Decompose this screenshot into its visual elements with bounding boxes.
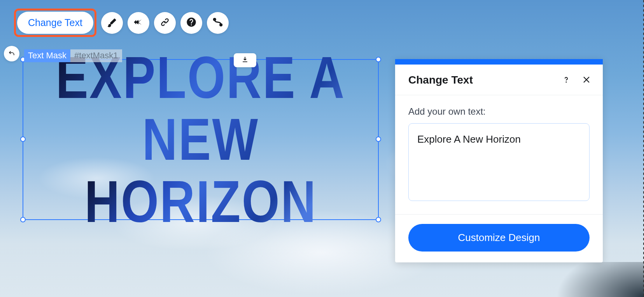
- resize-handle-br[interactable]: [376, 217, 381, 222]
- animation-button[interactable]: [128, 12, 149, 34]
- help-icon: [186, 17, 197, 29]
- svg-point-2: [566, 82, 566, 82]
- panel-help-button[interactable]: [562, 75, 571, 86]
- path-button[interactable]: [207, 12, 229, 34]
- panel-accent-bar: [395, 59, 603, 65]
- undo-icon: [8, 49, 16, 58]
- curve-icon: [212, 17, 223, 29]
- change-text-button[interactable]: Change Text: [17, 12, 93, 34]
- panel-footer: Customize Design: [395, 214, 603, 262]
- undo-button[interactable]: [4, 46, 19, 61]
- resize-handle-tr[interactable]: [376, 57, 381, 62]
- selection-labels: Text Mask #textMask1: [24, 49, 122, 62]
- download-icon: [241, 56, 249, 65]
- resize-handle-mr[interactable]: [376, 136, 381, 142]
- change-text-highlight: Change Text: [14, 9, 96, 37]
- resize-handle-ml[interactable]: [20, 136, 26, 142]
- text-field-label: Add your own text:: [408, 106, 590, 117]
- text-mask-element[interactable]: EXPLORE A NEW HORIZON: [23, 60, 378, 219]
- text-input[interactable]: [408, 123, 590, 201]
- change-text-panel: Change Text Add your own text: Customize…: [395, 59, 603, 262]
- panel-title: Change Text: [408, 74, 473, 86]
- element-id-label: #textMask1: [70, 49, 122, 62]
- help-button[interactable]: [180, 12, 202, 34]
- text-mask-line-1: EXPLORE A NEW: [55, 47, 346, 171]
- download-handle[interactable]: [234, 53, 256, 67]
- selection-box[interactable]: EXPLORE A NEW HORIZON: [23, 59, 379, 220]
- question-icon: [562, 75, 571, 86]
- panel-body: Add your own text:: [395, 95, 603, 206]
- panel-header: Change Text: [395, 65, 603, 95]
- paintbrush-icon: [107, 17, 117, 29]
- link-button[interactable]: [154, 12, 176, 34]
- foreground-shadow: [520, 262, 644, 297]
- link-icon: [159, 17, 170, 29]
- close-icon: [582, 75, 591, 86]
- customize-design-button[interactable]: Customize Design: [408, 224, 590, 252]
- element-toolbar: Change Text: [14, 9, 229, 37]
- resize-handle-bl[interactable]: [20, 217, 26, 222]
- design-button[interactable]: [101, 12, 123, 34]
- text-mask-line-2: HORIZON: [84, 171, 317, 233]
- element-type-label: Text Mask: [24, 49, 70, 62]
- animation-icon: [133, 17, 144, 29]
- panel-close-button[interactable]: [582, 75, 591, 86]
